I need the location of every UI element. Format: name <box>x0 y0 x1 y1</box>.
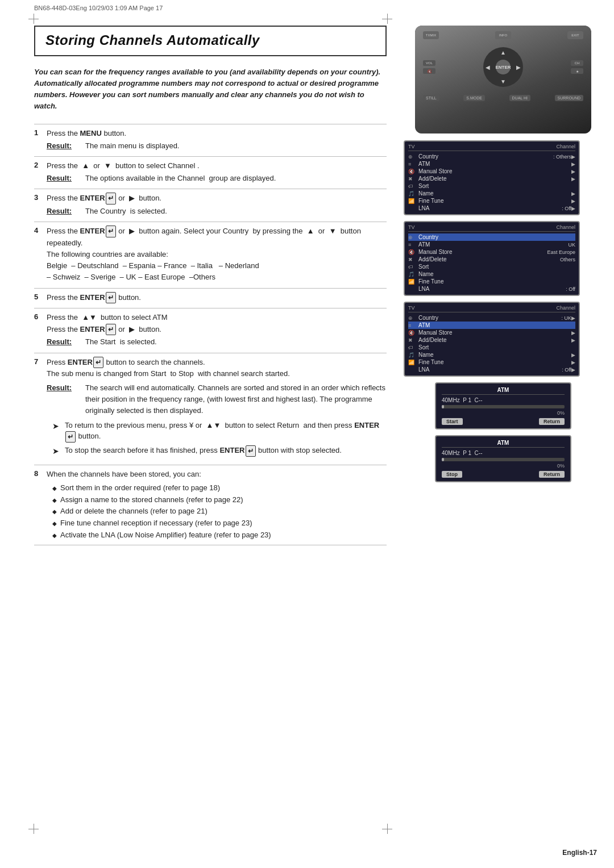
remote-enter-btn: ENTER <box>496 60 511 74</box>
tv2-icon-adddelete: ✖ <box>408 257 418 262</box>
tv3-icon-atm: ≡ <box>408 323 418 328</box>
main-content: Storing Channels Automatically You can s… <box>34 26 387 845</box>
step-8-num: 8 <box>34 469 47 478</box>
step-7: 7 Press ENTER↵ button to search the chan… <box>34 353 387 464</box>
tv2-row-country: ⊕ Country <box>408 233 575 241</box>
tv1-row-name: 🎵 Name ▶ <box>408 190 575 197</box>
tv3-arrow-lna: ▶ <box>571 367 575 373</box>
tv1-label-lna: LNA <box>418 205 562 211</box>
tv3-label-country: Country <box>418 315 561 321</box>
remote-still-btn: STILL <box>423 95 439 101</box>
step-4-num: 4 <box>34 226 47 235</box>
tv2-icon-sort: 🏷 <box>408 264 418 270</box>
step-5-num: 5 <box>34 293 47 301</box>
atm1-percent: 0% <box>442 410 565 416</box>
page-footer: English-17 <box>562 849 597 857</box>
step-3: 3 Press the ENTER↵ or ▶ button. Result: … <box>34 189 387 220</box>
tv1-left-label: TV <box>408 144 415 149</box>
tv3-icon-sort: 🏷 <box>408 345 418 350</box>
tv2-row-adddelete: ✖ Add/Delete Others <box>408 256 575 263</box>
tv1-label-atm: ATM <box>418 161 571 167</box>
tv1-row-country: ⊕ Country : Others ▶ <box>408 153 575 160</box>
tv1-arrow-adddelete: ▶ <box>571 176 575 182</box>
tv1-label-name: Name <box>418 190 571 197</box>
tv3-row-atm: ≡ ATM <box>408 322 575 329</box>
bullet-item-2: Assign a name to the stored channels (re… <box>52 494 387 506</box>
remote-right-arrow: ▶ <box>516 64 521 70</box>
atm2-percent: 0% <box>442 463 565 469</box>
step-3-result: The Country is selected. <box>85 206 167 217</box>
right-panel: TXMIX INFO EXIT VOL 🔇 ▲ ▼ ◀ ▶ ENTER CH <box>404 26 603 488</box>
tv2-label-country: Country <box>418 234 575 240</box>
tv2-row-manual: 🔇 Manual Store East Europe <box>408 248 575 256</box>
tv3-val-country: : UK <box>561 315 571 321</box>
tv3-row-lna: LNA : Off ▶ <box>408 366 575 373</box>
atm2-btn-row: Stop Return <box>442 471 565 478</box>
remote-dual-btn: DUAL HI <box>509 95 530 101</box>
tv1-icon-atm: ≡ <box>408 161 418 167</box>
step-2-body: Press the ▲ or ▼ button to select Channe… <box>47 160 387 184</box>
tv2-val-manual: East Europe <box>547 249 575 255</box>
bullet-list: Sort them in the order required (refer t… <box>47 482 387 541</box>
intro-paragraph: You can scan for the frequency ranges av… <box>34 66 387 112</box>
tv2-label-lna: LNA <box>418 286 566 292</box>
tv3-icon-manual: 🔇 <box>408 330 418 336</box>
title-box: Storing Channels Automatically <box>34 26 387 56</box>
tv2-label-manual: Manual Store <box>418 249 547 255</box>
tv2-row-finetune: 📶 Fine Tune <box>408 278 575 285</box>
tv3-row-name: 🎵 Name ▶ <box>408 351 575 358</box>
tv1-val-lna: : Off <box>562 206 571 211</box>
atm2-return-btn[interactable]: Return <box>539 471 565 478</box>
atm1-start-btn[interactable]: Start <box>442 418 463 425</box>
atm-panel-2: ATM 40MHz P 1 C-- 0% Stop Return <box>435 435 571 482</box>
tv-panel-2: TV Channel ⊕ Country ≡ ATM UK 🔇 Manual S… <box>404 221 580 296</box>
tv3-arrow-adddelete: ▶ <box>571 337 575 343</box>
step-5: 5 Press the ENTER↵ button. <box>34 288 387 307</box>
tv2-label-sort: Sort <box>418 264 575 270</box>
note1-text: To return to the previous menu, press ¥ … <box>65 420 387 443</box>
tv1-label-finetune: Fine Tune <box>418 198 571 204</box>
remote-control-image: TXMIX INFO EXIT VOL 🔇 ▲ ▼ ◀ ▶ ENTER CH <box>415 26 591 133</box>
tv3-label-atm: ATM <box>418 322 575 328</box>
remote-fav-btn: ★ <box>571 68 583 74</box>
page-header: BN68-448D-03Eng 10/29/03 1:09 AM Page 17 <box>34 5 163 11</box>
page-title: Storing Channels Automatically <box>45 32 375 48</box>
tv2-icon-manual: 🔇 <box>408 249 418 255</box>
tv2-right-label: Channel <box>556 224 575 230</box>
tv2-icon-name: 🎵 <box>408 272 418 277</box>
tv1-icon-sort: 🏷 <box>408 183 418 189</box>
tv1-arrow-name: ▶ <box>571 191 575 197</box>
step-6-num: 6 <box>34 312 47 321</box>
tv3-icon-country: ⊕ <box>408 315 418 321</box>
tv3-icon-adddelete: ✖ <box>408 337 418 343</box>
file-info: BN68-448D-03Eng 10/29/03 1:09 AM Page 17 <box>34 5 163 11</box>
tv3-row-adddelete: ✖ Add/Delete ▶ <box>408 336 575 344</box>
step-8: 8 When the channels have been stored, yo… <box>34 465 387 545</box>
remote-mute-btn: 🔇 <box>423 68 435 74</box>
remote-vol-btn: VOL <box>423 60 435 66</box>
step-8-body: When the channels have been stored, you … <box>47 469 387 541</box>
tv-panel-3: TV Channel ⊕ Country : UK ▶ ≡ ATM 🔇 Manu… <box>404 302 580 377</box>
atm1-return-btn[interactable]: Return <box>539 418 565 425</box>
step-7-body: Press ENTER↵ button to search the channe… <box>47 357 387 460</box>
step-3-num: 3 <box>34 193 47 202</box>
step-6-body: Press the ▲▼ button to select ATM Press … <box>47 312 387 348</box>
tv1-row-atm: ≡ ATM ▶ <box>408 160 575 168</box>
atm2-stop-btn[interactable]: Stop <box>442 471 462 478</box>
step-6-result: The Start is selected. <box>85 336 157 348</box>
remote-surround-btn: SURROUND <box>555 95 583 101</box>
tv1-label-adddelete: Add/Delete <box>418 176 571 182</box>
step-7-result: The search will end automatically. Chann… <box>85 382 387 416</box>
tv3-arrow-manual: ▶ <box>571 330 575 336</box>
step-2-result: The options available in the Channel gro… <box>85 173 276 184</box>
tv1-row-lna: LNA : Off ▶ <box>408 205 575 212</box>
tv1-arrow-atm: ▶ <box>571 161 575 167</box>
bullet-item-4: Fine tune channel reception if necessary… <box>52 518 387 529</box>
step-1: 1 Press the MENU button. Result: The mai… <box>34 124 387 155</box>
tv3-label-sort: Sort <box>418 344 575 350</box>
remote-ch-btn: CH <box>571 60 583 66</box>
step-5-body: Press the ENTER↵ button. <box>47 292 387 304</box>
remote-down-arrow: ▼ <box>500 78 506 85</box>
tv3-row-finetune: 📶 Fine Tune ▶ <box>408 358 575 366</box>
tv3-left-label: TV <box>408 305 415 311</box>
